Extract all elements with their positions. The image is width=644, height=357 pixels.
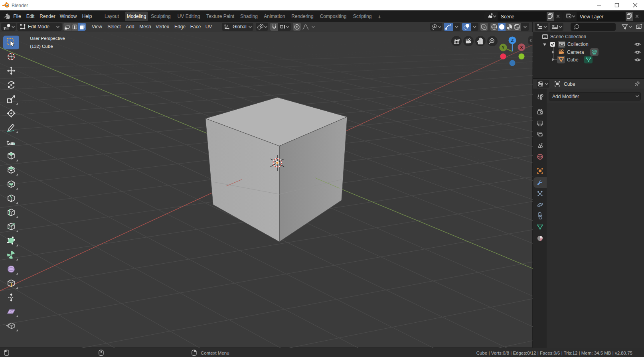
svg-text:Y: Y xyxy=(502,45,505,50)
svg-text:Z: Z xyxy=(511,38,514,43)
svg-text:X: X xyxy=(520,45,523,50)
svg-text:(132) Cube: (132) Cube xyxy=(30,44,53,49)
svg-text:User Perspective: User Perspective xyxy=(30,36,65,41)
